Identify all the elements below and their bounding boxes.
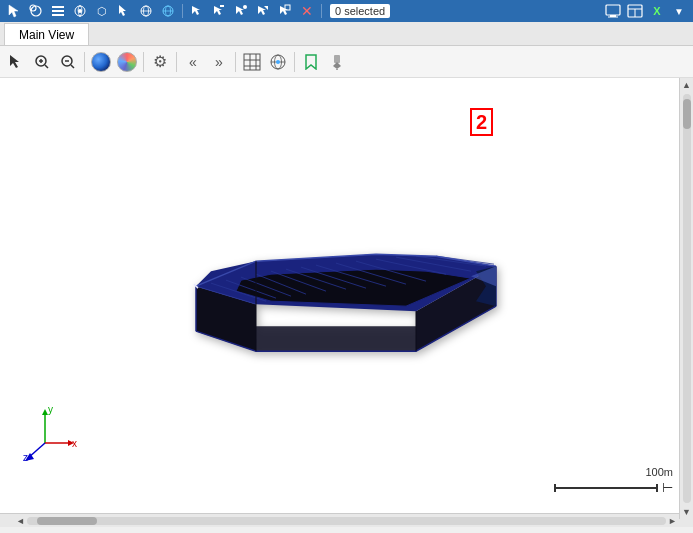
svg-marker-8 (119, 5, 126, 16)
scroll-down-arrow[interactable]: ▼ (680, 505, 693, 519)
main-view-tab[interactable]: Main View (4, 23, 89, 45)
top-toolbar: ⬡ ✕ 0 selected X ▼ (0, 0, 693, 22)
globe-colored-btn[interactable] (115, 50, 139, 74)
toolbar2-sep3 (176, 52, 177, 72)
scale-arrow-icon: ⊢ (662, 480, 673, 495)
scale-tick-right (656, 484, 658, 492)
scroll-up-arrow[interactable]: ▲ (680, 78, 693, 92)
toolbar-separator2 (321, 4, 322, 18)
hscroll-track[interactable] (27, 517, 666, 525)
svg-point-45 (276, 60, 280, 64)
toolbar2-sep1 (84, 52, 85, 72)
map-marker-icon[interactable] (70, 2, 90, 20)
excel-icon[interactable]: X (647, 2, 667, 20)
svg-rect-23 (606, 5, 620, 15)
tab-bar: Main View (0, 22, 693, 46)
gear-icon: ⚙ (153, 52, 167, 71)
svg-point-19 (243, 5, 247, 9)
y-axis-label: y (48, 404, 53, 415)
svg-marker-18 (236, 6, 244, 15)
selected-count-badge: 0 selected (330, 4, 390, 18)
toolbar2-sep4 (235, 52, 236, 72)
arrow1-icon[interactable] (187, 2, 207, 20)
globe-blue-icon (91, 52, 111, 72)
settings-btn[interactable]: ⚙ (148, 50, 172, 74)
dropdown-icon[interactable]: ▼ (669, 2, 689, 20)
network-icon[interactable]: ⬡ (92, 2, 112, 20)
scale-line: ⊢ (554, 480, 673, 495)
main-view: 2 (0, 78, 693, 513)
vscroll-track[interactable] (683, 94, 691, 503)
svg-rect-3 (52, 6, 64, 8)
svg-line-36 (71, 65, 74, 68)
svg-marker-15 (192, 6, 200, 15)
monitor-icon[interactable] (603, 2, 623, 20)
svg-rect-46 (334, 55, 340, 63)
cursor-icon[interactable] (4, 2, 24, 20)
axes-indicator: y x z (20, 403, 80, 463)
pin-btn[interactable] (325, 50, 349, 74)
hscroll-thumb[interactable] (37, 517, 97, 525)
svg-line-33 (45, 65, 48, 68)
svg-rect-5 (52, 14, 64, 16)
svg-marker-16 (214, 6, 222, 15)
cursor-select-icon[interactable] (114, 2, 134, 20)
view-btn[interactable] (266, 50, 290, 74)
hand-tool-icon[interactable] (26, 2, 46, 20)
globe-colored-icon (117, 52, 137, 72)
toolbar-separator (182, 4, 183, 18)
scroll-right-arrow[interactable]: ► (666, 516, 679, 526)
x-axis-label: x (72, 438, 77, 449)
tab-label: Main View (19, 28, 74, 42)
svg-marker-20 (258, 6, 266, 15)
boat-hull-svg (116, 236, 536, 366)
vscroll-thumb[interactable] (683, 99, 691, 129)
forward-btn[interactable]: » (207, 50, 231, 74)
grid-btn[interactable] (240, 50, 264, 74)
globe-blue-btn[interactable] (89, 50, 113, 74)
3d-shape (116, 236, 536, 369)
arrow3-icon[interactable] (231, 2, 251, 20)
svg-marker-0 (9, 5, 18, 17)
globe3-icon[interactable] (158, 2, 178, 20)
arrow2-icon[interactable] (209, 2, 229, 20)
view-label: 2 (470, 108, 493, 136)
select-tool-btn[interactable] (4, 50, 28, 74)
scale-label: 100m (645, 466, 673, 478)
second-toolbar: ⚙ « » (0, 46, 693, 78)
svg-marker-29 (10, 55, 19, 68)
zoom-out-btn[interactable] (56, 50, 80, 74)
globe2-icon[interactable] (136, 2, 156, 20)
back-btn[interactable]: « (181, 50, 205, 74)
table-icon[interactable] (625, 2, 645, 20)
arrow5-icon[interactable] (275, 2, 295, 20)
bottom-scrollbar[interactable]: ◄ ► (0, 513, 693, 527)
scale-horizontal (556, 487, 656, 489)
right-scrollbar[interactable]: ▲ ▼ (679, 78, 693, 519)
z-axis-label: z (23, 452, 28, 463)
toolbar2-sep2 (143, 52, 144, 72)
arrow4-icon[interactable] (253, 2, 273, 20)
toolbar2-sep5 (294, 52, 295, 72)
svg-marker-47 (333, 62, 341, 69)
scale-bar: 100m ⊢ (554, 466, 673, 495)
svg-rect-17 (220, 5, 224, 7)
scroll-left-arrow[interactable]: ◄ (14, 516, 27, 526)
layers-icon[interactable] (48, 2, 68, 20)
svg-rect-4 (52, 10, 64, 12)
cross-icon[interactable]: ✕ (297, 2, 317, 20)
svg-rect-37 (244, 54, 260, 70)
bookmark-btn[interactable] (299, 50, 323, 74)
zoom-in-btn[interactable] (30, 50, 54, 74)
